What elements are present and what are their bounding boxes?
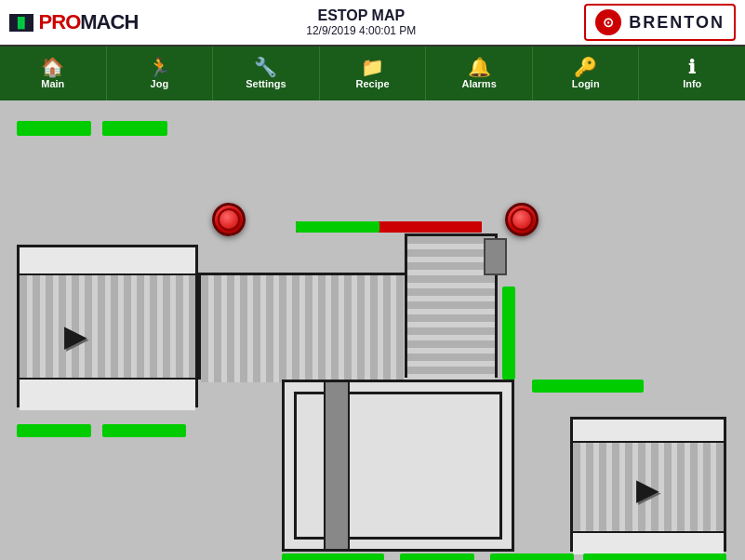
info-icon: ℹ [688, 58, 696, 76]
green-bar-2 [102, 121, 167, 136]
promach-logo-text: PROMACH [39, 10, 139, 34]
green-bar-1 [17, 121, 91, 136]
brenton-icon: ⊙ [595, 9, 621, 35]
nav-recipe-label: Recipe [355, 78, 389, 89]
green-bar-right-vertical [502, 287, 515, 380]
nav-info[interactable]: ℹ Info [639, 47, 745, 100]
nav-main[interactable]: 🏠 Main [0, 47, 107, 100]
green-bar-top-conveyor-left [296, 221, 379, 233]
green-bar-left-bottom-2 [102, 424, 186, 437]
nav-login-label: Login [572, 78, 600, 89]
nav-jog-label: Jog [151, 78, 169, 89]
green-bar-bottom-1 [282, 553, 384, 560]
nav-settings-label: Settings [246, 78, 286, 89]
machine-map-area [0, 100, 745, 560]
green-bar-left-bottom-1 [17, 424, 91, 437]
green-bar-bottom-3 [490, 553, 574, 560]
green-bar-bottom-2 [400, 553, 474, 560]
header: ▐▌ PROMACH ESTOP MAP 12/9/2019 4:00:01 P… [0, 0, 745, 47]
nav-info-label: Info [683, 78, 701, 89]
left-machine-box [17, 245, 198, 407]
green-bar-right-mid [532, 380, 644, 393]
login-icon: 🔑 [574, 58, 597, 76]
home-icon: 🏠 [41, 58, 64, 76]
page-title: ESTOP MAP 12/9/2019 4:00:01 PM [306, 7, 416, 37]
brenton-logo: ⊙ BRENTON [584, 4, 736, 41]
promach-logo: ▐▌ PROMACH [9, 10, 138, 34]
settings-icon: 🔧 [254, 58, 277, 76]
title-date: 12/9/2019 4:00:01 PM [306, 24, 416, 37]
brenton-text: BRENTON [629, 13, 725, 33]
promach-logo-box: ▐▌ [9, 14, 33, 32]
right-machine-box [570, 417, 726, 552]
green-bar-bottom-4 [583, 553, 726, 560]
bottom-machine-frame [282, 380, 514, 552]
nav-jog[interactable]: 🏃 Jog [107, 47, 214, 100]
nav-alarms-label: Alarms [461, 78, 496, 89]
title-main: ESTOP MAP [306, 7, 416, 24]
alarms-icon: 🔔 [468, 58, 491, 76]
estop-button-2[interactable] [505, 203, 539, 236]
recipe-icon: 📁 [361, 58, 384, 76]
nav-login[interactable]: 🔑 Login [533, 47, 640, 100]
sensor-box-top [484, 238, 507, 275]
estop-button-1[interactable] [212, 203, 246, 236]
nav-main-label: Main [41, 78, 64, 89]
nav-settings[interactable]: 🔧 Settings [213, 47, 320, 100]
nav-recipe[interactable]: 📁 Recipe [320, 47, 427, 100]
nav-alarms[interactable]: 🔔 Alarms [426, 47, 533, 100]
left-machine-arrow [47, 313, 103, 359]
right-machine-arrow [619, 466, 675, 513]
jog-icon: 🏃 [148, 58, 171, 76]
navbar: 🏠 Main 🏃 Jog 🔧 Settings 📁 Recipe 🔔 Alarm… [0, 47, 745, 100]
